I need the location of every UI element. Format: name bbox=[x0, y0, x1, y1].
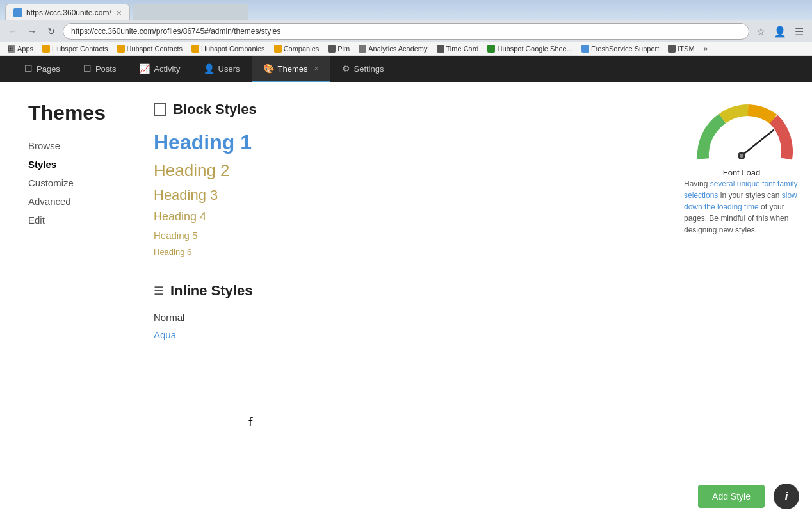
nav-item-settings[interactable]: ⚙ Settings bbox=[330, 56, 396, 82]
nav-item-posts[interactable]: ☐ Posts bbox=[72, 56, 128, 82]
right-panel: Font Load Having several unique font-fam… bbox=[671, 82, 812, 519]
heading-4-preview[interactable]: Heading 4 bbox=[154, 210, 646, 224]
pim-icon bbox=[328, 45, 336, 53]
users-icon: 👤 bbox=[204, 63, 215, 74]
bookmarks-overflow-icon[interactable]: » bbox=[704, 44, 708, 53]
gauge-svg bbox=[690, 95, 793, 165]
heading-5-preview[interactable]: Heading 5 bbox=[154, 230, 646, 241]
sidebar-nav: Browse Styles Customize Advanced Edit bbox=[28, 140, 115, 225]
page-content: Themes Browse Styles Customize Advanced … bbox=[0, 82, 812, 519]
analytics-icon bbox=[359, 45, 366, 53]
bookmarks-bar: ⊞ Apps Hubspot Contacts Hubspot Contacts… bbox=[0, 42, 812, 56]
block-styles-header: Block Styles bbox=[154, 101, 646, 118]
main-content: Block Styles Heading 1 Heading 2 Heading… bbox=[128, 82, 671, 519]
bookmark-apps[interactable]: ⊞ Apps bbox=[5, 44, 36, 54]
inline-styles-title: Inline Styles bbox=[170, 282, 252, 299]
new-tab-area bbox=[133, 4, 248, 20]
hubspot-icon bbox=[117, 45, 125, 53]
pages-icon: ☐ bbox=[24, 63, 33, 74]
back-button[interactable]: ← bbox=[5, 24, 20, 39]
svg-point-2 bbox=[740, 154, 743, 158]
companies-icon bbox=[274, 45, 282, 53]
bookmark-star-icon[interactable]: ☆ bbox=[753, 24, 768, 39]
posts-icon: ☐ bbox=[83, 63, 92, 74]
tab-title: https://ccc.360unite.com/ bbox=[26, 8, 111, 17]
bookmark-pim[interactable]: Pim bbox=[325, 44, 352, 54]
sidebar-link-advanced[interactable]: Advanced bbox=[28, 196, 115, 207]
zoom-icon[interactable]: 👤 bbox=[772, 24, 788, 39]
themes-tab-close-icon[interactable]: × bbox=[314, 64, 318, 73]
bookmark-hubspot-contacts-1[interactable]: Hubspot Contacts bbox=[40, 44, 110, 54]
forward-button[interactable]: → bbox=[24, 24, 40, 39]
sheets-icon bbox=[487, 45, 495, 53]
bookmark-itsm[interactable]: ITSM bbox=[665, 44, 697, 54]
hubspot-icon bbox=[42, 45, 50, 53]
inline-styles-section: ☰ Inline Styles Normal Aqua bbox=[154, 282, 646, 340]
heading-6-preview[interactable]: Heading 6 bbox=[154, 247, 646, 257]
desc-text-1: Having bbox=[684, 179, 710, 188]
normal-preview[interactable]: Normal bbox=[154, 312, 646, 323]
tab-bar: https://ccc.360unite.com/ × bbox=[0, 0, 812, 20]
bookmark-hubspot-sheets[interactable]: Hubspot Google Shee... bbox=[485, 44, 574, 54]
add-style-button[interactable]: Add Style bbox=[698, 485, 765, 508]
bottom-bar: Add Style i bbox=[698, 484, 799, 509]
nav-item-users[interactable]: 👤 Users bbox=[192, 56, 252, 82]
address-bar-row: ← → ↻ ☆ 👤 ☰ bbox=[0, 20, 812, 42]
hubspot-companies-icon bbox=[191, 45, 199, 53]
bookmark-hubspot-contacts-2[interactable]: Hubspot Contacts bbox=[115, 44, 185, 54]
heading-1-preview[interactable]: Heading 1 bbox=[154, 131, 646, 154]
bookmark-timecard[interactable]: Time Card bbox=[434, 44, 482, 54]
sidebar-link-customize[interactable]: Customize bbox=[28, 177, 115, 188]
sidebar-link-browse[interactable]: Browse bbox=[28, 140, 115, 151]
timecard-icon bbox=[437, 45, 444, 53]
browser-chrome: https://ccc.360unite.com/ × ← → ↻ ☆ 👤 ☰ … bbox=[0, 0, 812, 56]
block-styles-title: Block Styles bbox=[173, 101, 257, 118]
desc-text-2: in your styles can bbox=[718, 191, 781, 200]
bookmark-hubspot-companies[interactable]: Hubspot Companies bbox=[189, 44, 268, 54]
themes-icon: 🎨 bbox=[263, 63, 274, 74]
app-nav: ☐ Pages ☐ Posts 📈 Activity 👤 Users 🎨 The… bbox=[0, 56, 812, 82]
bookmark-analytics[interactable]: Analytics Academy bbox=[356, 44, 430, 54]
heading-3-preview[interactable]: Heading 3 bbox=[154, 187, 646, 204]
info-button[interactable]: i bbox=[774, 484, 799, 509]
nav-item-activity[interactable]: 📈 Activity bbox=[127, 56, 191, 82]
inline-styles-icon: ☰ bbox=[154, 284, 164, 298]
font-load-description: Having several unique font-family select… bbox=[684, 178, 799, 236]
sidebar-title: Themes bbox=[28, 101, 115, 125]
sidebar-link-edit[interactable]: Edit bbox=[28, 215, 115, 225]
menu-icon[interactable]: ☰ bbox=[792, 24, 807, 39]
svg-line-0 bbox=[742, 130, 774, 156]
bookmark-freshservice[interactable]: FreshService Support bbox=[579, 44, 662, 54]
font-load-gauge: Font Load bbox=[690, 95, 793, 165]
nav-item-themes[interactable]: 🎨 Themes × bbox=[252, 56, 330, 82]
block-styles-icon bbox=[154, 103, 166, 116]
inline-styles-header: ☰ Inline Styles bbox=[154, 282, 646, 299]
aqua-preview[interactable]: Aqua bbox=[154, 329, 646, 340]
browser-tab[interactable]: https://ccc.360unite.com/ × bbox=[5, 4, 130, 20]
apps-grid-icon: ⊞ bbox=[8, 45, 15, 53]
refresh-button[interactable]: ↻ bbox=[44, 24, 59, 39]
heading-2-preview[interactable]: Heading 2 bbox=[154, 161, 646, 181]
bookmark-companies[interactable]: Companies bbox=[272, 44, 322, 54]
tab-favicon bbox=[13, 8, 22, 17]
tab-close-button[interactable]: × bbox=[117, 8, 122, 18]
cursor: 𝖿 bbox=[248, 415, 252, 429]
sidebar: Themes Browse Styles Customize Advanced … bbox=[0, 82, 128, 519]
sidebar-link-styles[interactable]: Styles bbox=[28, 159, 115, 170]
activity-icon: 📈 bbox=[139, 63, 150, 74]
freshservice-icon bbox=[581, 45, 589, 53]
font-load-label: Font Load bbox=[690, 168, 793, 177]
nav-item-pages[interactable]: ☐ Pages bbox=[13, 56, 72, 82]
settings-icon: ⚙ bbox=[342, 63, 350, 74]
itsm-icon bbox=[668, 45, 676, 53]
address-input[interactable] bbox=[63, 23, 749, 40]
